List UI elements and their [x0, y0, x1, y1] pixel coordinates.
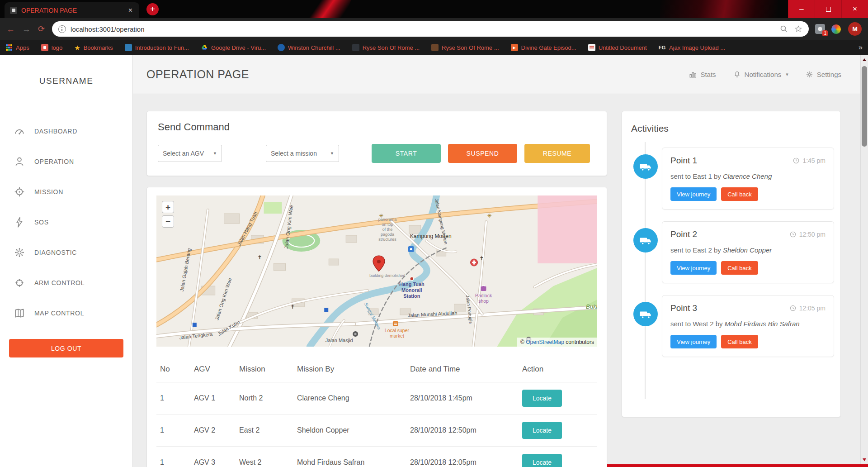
stats-button[interactable]: Stats — [689, 71, 716, 78]
shop-marker-purple — [481, 286, 486, 291]
activity-desc-text: sent to West 2 by — [670, 320, 725, 328]
theme-red-glow — [660, 0, 778, 18]
sidebar-username: USERNAME — [0, 76, 132, 86]
forward-icon[interactable]: → — [22, 25, 31, 33]
bookmark-ajax-image-upload[interactable]: FG Ajax Image Upload ... — [659, 44, 726, 51]
map-label-panorama-4: pagoda — [381, 232, 394, 237]
sidebar-item-mission[interactable]: MISSION — [0, 176, 132, 207]
attraction-icon: ✳ — [487, 213, 491, 219]
mission-select[interactable]: Select a mission ▼ — [266, 145, 339, 162]
sidebar-item-label: MISSION — [34, 188, 63, 195]
logout-button[interactable]: LOG OUT — [9, 339, 123, 357]
bookmark-star-icon[interactable] — [794, 25, 802, 33]
suspend-button[interactable]: SUSPEND — [448, 144, 517, 163]
minimize-button[interactable]: – — [788, 0, 815, 18]
bookmark-logo[interactable]: logo — [41, 44, 63, 51]
bookmark-winston-churchill[interactable]: Winston Churchill ... — [278, 44, 340, 51]
map-label-market-1: Local super — [385, 328, 410, 333]
locate-button[interactable]: Locate — [522, 390, 562, 407]
browser-tab-operation-page[interactable]: OPERATION PAGE × — [5, 2, 139, 18]
browser-tab-strip: OPERATION PAGE × + – × — [0, 0, 868, 18]
bookmark-apps[interactable]: Apps — [5, 44, 29, 51]
horizontal-scrollbar-accent[interactable] — [607, 464, 868, 467]
chevron-down-icon: ▾ — [786, 71, 788, 77]
bookmark-bookmarks[interactable]: ★ Bookmarks — [74, 44, 113, 51]
agv-table: No AGV Mission Mission By Date and Time … — [156, 360, 597, 467]
bookmark-untitled-document[interactable]: Untitled Document — [588, 44, 647, 51]
extension-colorful-icon[interactable] — [831, 24, 841, 34]
clock-icon — [789, 305, 797, 312]
openstreetmap-link[interactable]: OpenStreetMap — [526, 339, 564, 345]
table-row: 1 AGV 1 North 2 Clarence Cheng 28/10/201… — [156, 382, 597, 415]
activities-title: Activities — [631, 123, 840, 134]
bookmarks-bar: Apps logo ★ Bookmarks Introduction to Fu… — [0, 40, 868, 55]
bookmark-ryse-1[interactable]: Ryse Son Of Rome ... — [352, 44, 420, 51]
locate-button[interactable]: Locate — [522, 454, 562, 467]
map-container[interactable]: ✝ ✝ ✝ ✳ ✳ — [156, 195, 597, 347]
call-back-button[interactable]: Call back — [721, 261, 758, 275]
scroll-down-arrow[interactable] — [861, 456, 868, 463]
settings-button[interactable]: Settings — [806, 71, 841, 78]
agv-select-value: Select an AGV — [163, 150, 204, 157]
search-icon[interactable] — [780, 25, 788, 33]
activity-card: Point 1 1:45 pm sent to East 1 by Claren… — [662, 148, 834, 210]
bookmarks-overflow-icon[interactable]: » — [859, 43, 863, 52]
call-back-button[interactable]: Call back — [721, 187, 758, 201]
close-window-button[interactable]: × — [841, 0, 868, 18]
back-icon[interactable]: ← — [6, 25, 15, 33]
tab-close-icon[interactable]: × — [127, 6, 134, 15]
gear-icon — [806, 71, 813, 78]
maximize-button[interactable] — [815, 0, 841, 18]
zoom-out-button[interactable]: − — [162, 215, 174, 228]
scrollbar-thumb[interactable] — [862, 66, 867, 147]
vertical-scrollbar[interactable] — [860, 55, 868, 467]
bookmark-ryse-2[interactable]: Ryse Son Of Rome ... — [431, 44, 499, 51]
agv-select[interactable]: Select an AGV ▼ — [158, 145, 222, 162]
activity-time-text: 12:05 pm — [799, 305, 826, 312]
map-label-demolished: building demolished — [369, 273, 405, 278]
notifications-label: Notifications — [745, 71, 782, 78]
fg-favicon: FG — [659, 45, 666, 50]
call-back-button[interactable]: Call back — [721, 335, 758, 348]
col-header-no: No — [156, 360, 190, 382]
url-text[interactable]: localhost:3001/operation — [71, 25, 774, 33]
map-label-bukit: Bukit C — [586, 303, 597, 310]
extension-icon[interactable]: 1 — [815, 24, 825, 34]
view-journey-button[interactable]: View journey — [670, 187, 717, 201]
locate-button[interactable]: Locate — [522, 422, 562, 439]
map-label-panorama-3: of the — [382, 227, 392, 232]
view-journey-button[interactable]: View journey — [670, 335, 717, 348]
new-tab-button[interactable]: + — [146, 3, 159, 15]
sidebar-item-operation[interactable]: OPERATION — [0, 146, 132, 176]
page-info-icon[interactable] — [58, 25, 66, 33]
scroll-up-arrow[interactable] — [861, 56, 868, 63]
main-content: OPERATION PAGE Stats — [133, 55, 860, 467]
sidebar-item-map-control[interactable]: MAP CONTROL — [0, 298, 132, 328]
zoom-in-button[interactable]: + — [162, 201, 174, 213]
stats-label: Stats — [700, 71, 716, 78]
sidebar-item-diagnostic[interactable]: DIAGNOSTIC — [0, 237, 132, 267]
document-favicon — [588, 44, 595, 51]
activity-point-title: Point 3 — [670, 303, 697, 313]
person-icon — [14, 156, 25, 167]
address-bar[interactable]: localhost:3001/operation — [52, 21, 809, 37]
bookmark-divine-gate[interactable]: ▶ Divine Gate Episod... — [511, 44, 576, 51]
openstreetmap-canvas[interactable]: ✝ ✝ ✝ ✳ ✳ — [156, 195, 597, 347]
start-button[interactable]: START — [372, 144, 441, 163]
sidebar-item-sos[interactable]: SOS — [0, 207, 132, 237]
map-label-market-2: market — [390, 334, 404, 338]
refresh-icon[interactable]: ⟳ — [38, 25, 45, 33]
profile-avatar[interactable]: M — [848, 22, 862, 36]
clock-icon — [789, 231, 797, 238]
map-label-padlock-1: Padlock — [475, 293, 492, 298]
view-journey-button[interactable]: View journey — [670, 261, 717, 275]
bookmark-introduction[interactable]: Introduction to Fun... — [125, 44, 189, 51]
bell-icon — [733, 71, 741, 78]
cell-mission-by: Mohd Firdaus Safran — [293, 447, 406, 467]
bookmark-google-drive[interactable]: Google Drive - Viru... — [201, 44, 266, 51]
dark-favicon — [352, 44, 359, 51]
sidebar-item-dashboard[interactable]: DASHBOARD — [0, 116, 132, 146]
notifications-button[interactable]: Notifications ▾ — [733, 71, 788, 78]
resume-button[interactable]: RESUME — [524, 144, 590, 163]
sidebar-item-arm-control[interactable]: ARM CONTROL — [0, 267, 132, 298]
